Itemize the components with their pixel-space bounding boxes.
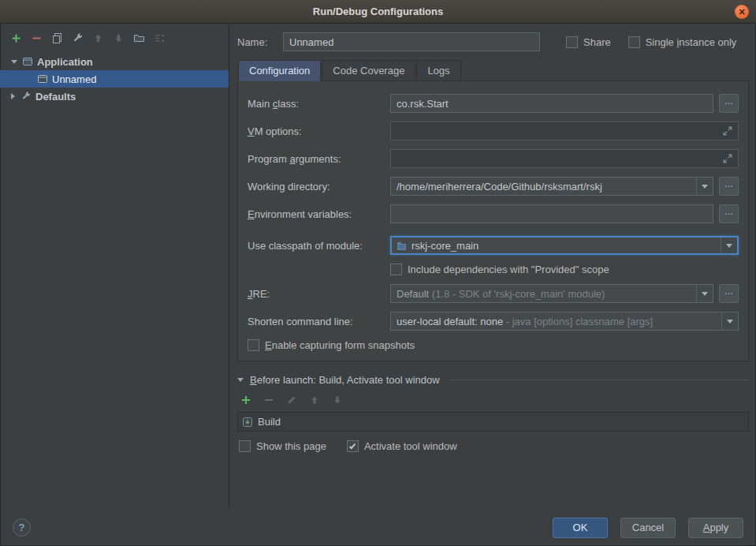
edit-defaults-button[interactable] [71,32,84,45]
edit-task-button[interactable] [285,393,298,406]
single-instance-checkbox[interactable]: Single instance only [628,36,737,48]
before-launch-task-list: Build [237,412,749,432]
chevron-down-icon[interactable] [696,178,713,195]
environment-variables-field[interactable] [390,204,713,223]
tree-item-label: Unnamed [52,73,96,85]
move-down-button[interactable] [112,32,125,45]
shorten-command-line-label: Shorten command line: [248,316,390,327]
expand-field-icon [723,154,732,163]
chevron-down-icon[interactable] [237,378,244,382]
working-directory-field[interactable]: /home/meriherrera/Code/Github/rsksmart/r… [390,177,713,196]
tree-item-unnamed[interactable]: Unnamed [0,70,229,88]
jre-combo[interactable]: Default (1.8 - SDK of 'rskj-core_main' m… [390,284,713,303]
tab-bar: Configuration Code Coverage Logs [237,60,749,81]
configurations-tree: Application Unnamed Defaults [0,53,229,105]
plus-icon [240,395,251,406]
list-item[interactable]: Build [238,413,748,431]
checkbox-box [390,264,402,275]
configurations-sidebar: Application Unnamed Defaults [0,24,229,509]
divider [450,380,749,380]
help-button[interactable]: ? [13,518,31,537]
name-input[interactable] [283,32,540,51]
before-launch-header[interactable]: Before launch: Build, Activate tool wind… [237,374,749,386]
chevron-down-icon[interactable] [11,60,17,64]
expand-field-icon [723,126,732,136]
main-class-browse-button[interactable]: ... [719,94,739,113]
move-task-down-button[interactable] [330,393,344,406]
minus-icon [31,32,43,44]
tree-item-label: Application [37,56,93,68]
configuration-editor: Name: Share Single instance only Configu… [229,24,756,509]
sort-icon [154,32,166,44]
checkbox-label: Activate tool window [364,440,457,452]
sort-configurations-button[interactable] [153,32,166,45]
classpath-module-label: Use classpath of module: [248,240,390,252]
configuration-tab-panel: Main class: co.rsk.Start ... VM options: [237,80,749,361]
classpath-module-combo[interactable]: rskj-core_main [390,236,739,255]
share-checkbox[interactable]: Share [566,36,611,48]
close-button[interactable]: ✕ [735,5,749,19]
titlebar[interactable]: Run/Debug Configurations ✕ [0,0,756,24]
vm-options-field[interactable] [390,122,739,140]
chevron-down-icon[interactable] [696,285,713,302]
environment-variables-label: Environment variables: [248,208,390,220]
name-label: Name: [237,36,283,48]
arrow-down-icon [332,395,343,406]
chevron-down-icon[interactable] [721,312,738,330]
vm-options-row: VM options: [248,122,739,140]
environment-variables-browse-button[interactable]: ... [719,204,739,223]
working-directory-browse-button[interactable]: ... [719,177,739,196]
module-icon [397,241,407,251]
pencil-icon [286,395,297,406]
checkbox-box [566,36,578,48]
main-class-label: Main class: [248,98,390,110]
show-this-page-checkbox[interactable]: Show this page [239,440,326,452]
activate-tool-window-checkbox[interactable]: Activate tool window [347,440,457,452]
jre-browse-button[interactable]: ... [719,284,739,303]
tab-code-coverage[interactable]: Code Coverage [322,60,415,81]
working-directory-row: Working directory: /home/meriherrera/Cod… [248,177,739,196]
before-launch-title: Before launch: Build, Activate tool wind… [250,374,440,386]
before-launch-toolbar [239,393,749,406]
include-provided-checkbox[interactable]: Include dependencies with "Provided" sco… [390,264,609,275]
tree-item-defaults[interactable]: Defaults [0,88,229,105]
main-class-field[interactable]: co.rsk.Start [390,94,713,113]
program-arguments-field[interactable] [390,149,739,168]
application-icon [22,56,33,67]
arrow-down-icon [113,32,125,44]
add-configuration-button[interactable] [9,32,23,45]
checkbox-label: Show this page [256,440,326,452]
chevron-down-icon[interactable] [721,237,737,253]
checkbox-box [248,339,259,351]
jre-row: JRE: Default (1.8 - SDK of 'rskj-core_ma… [248,284,739,303]
window-title: Run/Debug Configurations [313,6,443,17]
tree-item-application[interactable]: Application [0,53,229,70]
shorten-command-line-combo[interactable]: user-local default: none - java [options… [390,312,739,331]
remove-configuration-button[interactable] [30,32,43,45]
tab-logs[interactable]: Logs [416,60,460,81]
checkbox-label: Enable capturing form snapshots [265,339,415,351]
capture-snapshots-checkbox[interactable]: Enable capturing form snapshots [248,339,415,351]
remove-task-button[interactable] [262,393,275,406]
checkbox-label: Share [583,36,611,48]
add-task-button[interactable] [239,393,252,406]
program-arguments-label: Program arguments: [248,153,390,165]
chevron-right-icon[interactable] [11,93,15,99]
task-label: Build [258,416,281,428]
ok-button[interactable]: OK [553,518,608,538]
folder-icon [133,32,145,44]
build-icon [242,417,253,428]
name-row: Name: Share Single instance only [237,27,749,57]
dialog-body: Application Unnamed Defaults [0,24,756,509]
apply-button[interactable]: Apply [688,518,743,538]
cancel-button[interactable]: Cancel [620,518,676,538]
create-folder-button[interactable] [132,32,146,45]
move-task-up-button[interactable] [307,393,321,406]
minus-icon [263,395,274,406]
tab-configuration[interactable]: Configuration [238,60,321,81]
move-up-button[interactable] [91,32,105,45]
main-class-row: Main class: co.rsk.Start ... [248,94,739,113]
checkbox-box [628,36,640,48]
copy-configuration-button[interactable] [50,32,64,45]
run-debug-configurations-dialog: Run/Debug Configurations ✕ [0,0,756,546]
